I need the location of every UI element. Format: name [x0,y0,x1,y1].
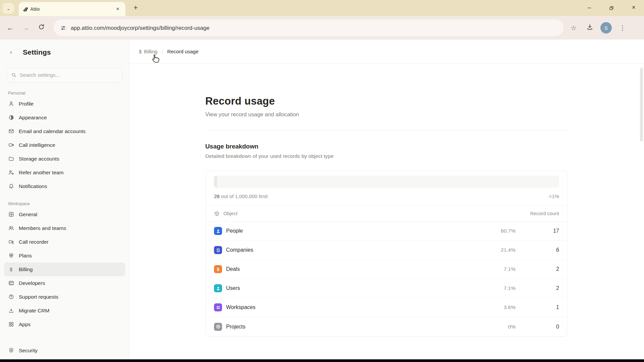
bottom-letterbox-bar [0,359,644,362]
scrollbar-thumb[interactable] [640,68,643,141]
search-icon [11,72,16,78]
sidebar-item-call-recorder[interactable]: Call recorder [4,235,125,249]
settings-sidebar: ‹ Settings Personal Profile Appearance E… [0,40,129,362]
usage-percent-label: <1% [549,193,559,199]
apps-grid-icon [8,321,14,327]
sidebar-item-storage-accounts[interactable]: Storage accounts [4,152,125,166]
dollar-icon: $ [8,266,14,273]
browser-tab[interactable]: 𝑎 Attio × [19,2,125,16]
sidebar-item-members-teams[interactable]: Members and teams [4,221,125,235]
url-text: app.attio.com/moodjoycorp/settings/billi… [71,25,210,31]
sidebar-item-apps[interactable]: Apps [4,317,125,331]
sidebar-item-plans[interactable]: Plans [4,249,125,262]
sidebar-back-chevron-icon[interactable]: ‹ [10,49,15,56]
usage-breakdown-title: Usage breakdown [205,143,644,150]
workspaces-object-icon [214,303,222,311]
contrast-icon [8,115,14,121]
sidebar-item-security[interactable]: Security [4,344,125,357]
browser-toolbar: ← → app.attio.com/moodjoycorp/settings/b… [0,16,644,40]
window-close-button[interactable]: × [632,4,636,11]
object-header: Object [223,211,237,216]
video-plus-icon [8,239,14,245]
url-bar[interactable]: app.attio.com/moodjoycorp/settings/billi… [54,19,564,36]
sidebar-item-migrate-crm[interactable]: Migrate CRM [4,304,125,317]
envelope-icon [8,128,14,134]
folder-icon [8,156,14,162]
main-panel: $ Billing Record usage Record usage View… [129,40,644,362]
person-icon [8,101,14,107]
person-heart-icon [8,170,14,176]
section-label-workspace: Workspace [0,201,129,207]
bookmark-star-icon[interactable]: ☆ [566,24,581,32]
shield-clock-icon [8,253,14,259]
terminal-window-icon [8,280,14,286]
new-tab-button[interactable]: + [133,3,138,12]
download-tray-icon [8,308,14,314]
settings-search-box[interactable] [7,68,122,82]
usage-progress-fill [214,176,217,188]
sidebar-item-profile[interactable]: Profile [4,97,125,111]
table-row-deals: $ Deals 7.1% 2 [206,260,568,279]
sidebar-item-call-intelligence[interactable]: Call intelligence [4,138,125,152]
sidebar-item-notifications[interactable]: Notifications [4,179,125,193]
dollar-icon: $ [139,49,142,54]
bell-icon [8,183,14,189]
grid-window-icon [8,212,14,218]
download-icon[interactable] [582,24,597,32]
forward-button-icon[interactable]: → [18,24,34,32]
question-circle-icon [8,294,14,300]
users-object-icon [214,284,222,292]
mouse-hand-cursor-icon [150,54,160,64]
sidebar-item-general[interactable]: General [4,207,125,221]
tab-close-icon[interactable]: × [115,6,121,12]
sidebar-item-email-calendar[interactable]: Email and calendar accounts [4,124,125,138]
section-label-personal: Personal [0,90,129,97]
table-row-users: Users 7.1% 2 [206,279,568,298]
attio-favicon-icon: 𝑎 [23,5,27,13]
divider [205,130,568,130]
cube-icon [214,211,220,217]
tab-title: Attio [30,6,111,12]
sidebar-item-refer-team[interactable]: Refer another team [4,166,125,179]
sidebar-item-support-requests[interactable]: Support requests [4,290,125,304]
profile-avatar[interactable]: S [600,22,612,34]
projects-object-icon [214,323,222,331]
deals-object-icon: $ [214,265,222,273]
usage-summary-text: 28 out of 1,000,000 limit [214,193,268,199]
usage-breakdown-card: 28 out of 1,000,000 limit <1% Object Rec… [205,171,568,337]
breadcrumb: $ Billing Record usage [129,40,644,64]
video-camera-icon [8,142,14,148]
search-input[interactable] [20,72,118,78]
table-row-projects: Projects 0% 0 [206,317,568,336]
sidebar-item-billing[interactable]: $ Billing [4,262,125,276]
usage-breakdown-subtitle: Detailed breakdown of your used records … [205,153,644,159]
browser-tab-strip: ⌄ 𝑎 Attio × + – × [0,0,644,16]
breadcrumb-separator [161,49,163,54]
breadcrumb-billing-link[interactable]: $ Billing [139,49,157,54]
companies-object-icon [214,246,222,254]
record-count-header: Record count [516,211,559,216]
usage-progress-bar [214,176,559,188]
people-object-icon [214,227,222,235]
reload-button-icon[interactable] [34,24,49,32]
page-subtitle: View your record usage and allocation [205,111,644,118]
table-row-workspaces: Workspaces 3.6% 1 [206,298,568,317]
table-row-people: People 60.7% 17 [206,222,568,241]
window-minimize-button[interactable]: – [588,4,591,11]
sidebar-item-appearance[interactable]: Appearance [4,111,125,124]
table-row-companies: Companies 21.4% 6 [206,241,568,260]
tab-search-chevron-button[interactable]: ⌄ [3,3,14,14]
back-button-icon[interactable]: ← [3,24,18,32]
table-header-row: Object Record count [206,206,568,222]
breadcrumb-current: Record usage [167,49,198,54]
site-settings-icon[interactable] [60,25,66,31]
sidebar-title: Settings [23,48,51,56]
page-title: Record usage [205,95,644,107]
people-icon [8,225,14,231]
browser-menu-kebab-icon[interactable]: ⋮ [615,24,630,32]
sidebar-item-developers[interactable]: Developers [4,276,125,290]
window-restore-button[interactable] [609,5,614,12]
shield-lock-icon [8,348,14,354]
